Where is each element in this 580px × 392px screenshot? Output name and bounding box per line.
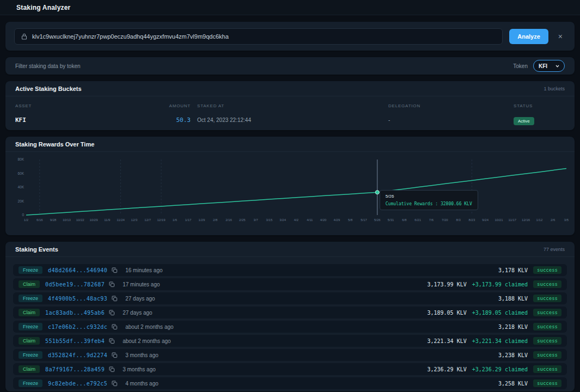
x-tick-label: 1/17: [185, 218, 192, 222]
event-amount: 3,258 KLV: [498, 381, 528, 387]
chart-y-axis: 020K40K60K80K: [10, 156, 24, 217]
bucket-delegation: -: [388, 117, 514, 123]
tx-hash-link[interactable]: 9c82ebde...e792c5: [48, 381, 107, 387]
event-time: about 2 months ago: [123, 338, 170, 344]
copy-icon[interactable]: [109, 366, 115, 372]
copy-icon[interactable]: [109, 281, 115, 287]
event-type-badge: Freeze: [19, 351, 42, 359]
x-tick-label: 4/20: [320, 218, 327, 222]
chart-x-axis: 1/26/169/2810/1310/2210/2911/911/2412/31…: [26, 218, 566, 224]
event-status-badge: success: [533, 379, 561, 387]
bucket-amount: 50.3: [152, 117, 191, 124]
y-tick-label: 40K: [17, 185, 24, 189]
event-type-badge: Claim: [19, 337, 40, 345]
top-bar: Staking Analyzer: [0, 0, 580, 15]
event-amount: 3,221.34 KLV: [427, 338, 466, 344]
x-tick-label: 4/11: [307, 218, 313, 222]
event-type-badge: Freeze: [19, 266, 42, 274]
tx-hash-link[interactable]: c17e06b2...c932dc: [48, 324, 107, 330]
event-status-badge: success: [533, 337, 561, 345]
x-tick-label: 7/6: [429, 218, 434, 222]
event-type-badge: Claim: [19, 280, 40, 288]
tx-hash-link[interactable]: 1ac83adb...495ab6: [45, 310, 105, 316]
y-tick-label: 20K: [17, 199, 24, 203]
chart-tooltip: 5/26 Cumulative Rewards : 32800.66 KLV: [380, 190, 478, 210]
lock-icon: [21, 33, 27, 40]
rewards-line-chart[interactable]: 020K40K60K80K 1/26/169/2810/1310/2210/29…: [10, 156, 567, 234]
event-amount: 3,218 KLV: [498, 324, 528, 330]
analyze-button[interactable]: Analyze: [509, 29, 548, 44]
event-row: Freeze d48d2664...546940 16 minutes ago …: [13, 264, 567, 276]
event-type-badge: Claim: [19, 365, 40, 373]
x-tick-label: 1/6: [173, 218, 177, 222]
event-row: Freeze c17e06b2...c932dc about 2 months …: [13, 321, 567, 333]
y-tick-label: 60K: [17, 171, 24, 175]
x-tick-label: 10/13: [63, 218, 71, 222]
x-tick-label: 11/9: [104, 218, 110, 222]
copy-icon[interactable]: [112, 267, 118, 273]
bucket-status: Active: [514, 115, 565, 125]
x-tick-label: 3/24: [279, 218, 286, 222]
buckets-table: Asset Amount Staked At Delegation Status…: [5, 103, 575, 125]
x-tick-label: 3/5: [564, 218, 569, 222]
tx-hash-link[interactable]: 551b55df...39feb4: [45, 338, 105, 344]
staking-events-card: Staking Events 77 events Freeze d48d2664…: [5, 242, 575, 391]
rewards-line: [26, 156, 566, 217]
x-tick-label: 11/17: [509, 218, 517, 222]
x-tick-label: 12/7: [144, 218, 151, 222]
x-tick-label: 10/21: [494, 218, 503, 222]
bucket-staked-at: Oct 24, 2023 22:12:44: [191, 117, 388, 123]
rewards-chart-card: Staking Rewards Over Time 020K40K60K80K …: [5, 137, 575, 235]
col-status: Status: [514, 103, 565, 108]
copy-icon[interactable]: [112, 381, 118, 387]
y-tick-label: 80K: [17, 157, 24, 161]
token-filter-card: Filter staking data by token Token KFI: [5, 57, 575, 75]
x-tick-label: 12/3: [131, 218, 138, 222]
event-claimed-amount: +3,173.99 claimed: [472, 281, 528, 287]
event-amount: 3,189.05 KLV: [427, 310, 466, 316]
chart-plot-area[interactable]: 1/26/169/2810/1310/2210/2911/911/2412/31…: [26, 156, 566, 227]
token-select[interactable]: KFI: [533, 60, 565, 72]
x-tick-label: 5/31: [388, 218, 394, 222]
events-title: Staking Events: [15, 246, 58, 253]
event-claimed-amount: +3,189.05 claimed: [472, 310, 528, 316]
copy-icon[interactable]: [109, 338, 115, 344]
tx-hash-link[interactable]: d352824f...9d2274: [48, 352, 107, 358]
event-row: Claim 1ac83adb...495ab6 27 days ago 3,18…: [13, 307, 567, 318]
tx-hash-link[interactable]: 4f4900b5...48ac93: [48, 296, 107, 302]
address-input-wrap: [14, 28, 503, 45]
address-input[interactable]: [32, 33, 496, 40]
x-tick-label: 12/16: [522, 218, 530, 222]
x-tick-label: 4/2: [294, 218, 298, 222]
event-status-badge: success: [533, 309, 561, 316]
col-delegation: Delegation: [388, 103, 514, 108]
tx-hash-link[interactable]: 0d5bee19...782687: [45, 281, 105, 287]
event-row: Freeze 4f4900b5...48ac93 27 days ago 3,1…: [13, 292, 567, 304]
bucket-asset: KFI: [15, 117, 152, 124]
x-tick-label: 1/2: [24, 218, 28, 222]
col-staked-at: Staked At: [191, 103, 388, 108]
copy-icon[interactable]: [112, 324, 118, 330]
tx-hash-link[interactable]: d48d2664...546940: [48, 267, 107, 273]
event-time: 17 minutes ago: [123, 281, 160, 287]
app-title: Staking Analyzer: [16, 4, 70, 11]
col-asset: Asset: [15, 103, 152, 108]
tx-hash-link[interactable]: 8a7f9167...28a459: [45, 366, 105, 372]
copy-icon[interactable]: [112, 296, 118, 302]
token-select-value: KFI: [539, 63, 547, 69]
close-icon[interactable]: ×: [555, 32, 566, 41]
x-tick-label: 1/29: [199, 218, 205, 222]
event-time: 3 months ago: [125, 352, 158, 358]
event-status-badge: success: [533, 266, 561, 274]
copy-icon[interactable]: [109, 310, 115, 316]
x-tick-label: 11/24: [117, 218, 125, 222]
event-type-badge: Claim: [19, 309, 40, 316]
event-status-badge: success: [533, 351, 561, 359]
x-tick-label: 5/26: [374, 218, 381, 222]
x-tick-label: 2/8: [213, 218, 217, 222]
chevron-down-icon: [555, 65, 559, 68]
events-list: Freeze d48d2664...546940 16 minutes ago …: [5, 257, 575, 389]
event-claimed-amount: +3,221.34 claimed: [472, 338, 528, 344]
copy-icon[interactable]: [112, 352, 118, 358]
x-tick-label: 10/29: [89, 218, 97, 222]
